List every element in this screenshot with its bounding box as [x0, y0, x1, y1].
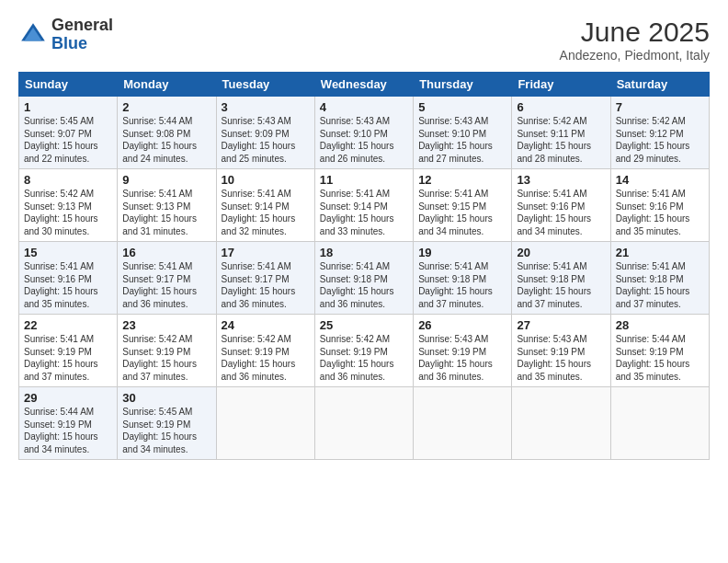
calendar-week-1: 8Sunrise: 5:42 AMSunset: 9:13 PMDaylight… — [19, 169, 710, 242]
day-info: Sunrise: 5:41 AMSunset: 9:17 PMDaylight:… — [122, 261, 197, 309]
day-number: 23 — [122, 318, 210, 332]
day-number: 17 — [222, 246, 310, 259]
table-row: 15Sunrise: 5:41 AMSunset: 9:16 PMDayligh… — [19, 242, 118, 315]
day-number: 6 — [517, 100, 605, 114]
table-row — [314, 387, 413, 460]
day-info: Sunrise: 5:41 AMSunset: 9:14 PMDaylight:… — [320, 189, 394, 236]
table-row: 9Sunrise: 5:41 AMSunset: 9:13 PMDaylight… — [118, 169, 216, 242]
day-number: 22 — [24, 318, 112, 332]
day-number: 28 — [616, 318, 704, 332]
day-number: 14 — [616, 173, 704, 187]
day-number: 13 — [517, 173, 605, 187]
day-info: Sunrise: 5:41 AMSunset: 9:18 PMDaylight:… — [517, 261, 591, 309]
title-block: June 2025 Andezeno, Piedmont, Italy — [560, 17, 710, 63]
day-info: Sunrise: 5:43 AMSunset: 9:10 PMDaylight:… — [320, 116, 394, 164]
day-info: Sunrise: 5:41 AMSunset: 9:16 PMDaylight:… — [616, 189, 690, 236]
header: General Blue June 2025 Andezeno, Piedmon… — [18, 17, 710, 63]
day-info: Sunrise: 5:41 AMSunset: 9:18 PMDaylight:… — [418, 261, 493, 309]
header-cell-friday: Friday — [512, 73, 610, 97]
day-info: Sunrise: 5:41 AMSunset: 9:18 PMDaylight:… — [320, 261, 394, 309]
table-row: 30Sunrise: 5:45 AMSunset: 9:19 PMDayligh… — [118, 387, 216, 460]
day-info: Sunrise: 5:41 AMSunset: 9:16 PMDaylight:… — [517, 189, 591, 236]
calendar-week-0: 1Sunrise: 5:45 AMSunset: 9:07 PMDaylight… — [19, 97, 710, 169]
day-number: 25 — [320, 318, 408, 332]
day-number: 19 — [418, 246, 506, 259]
month-title: June 2025 — [560, 17, 710, 48]
day-number: 26 — [418, 318, 506, 332]
calendar-table: SundayMondayTuesdayWednesdayThursdayFrid… — [18, 72, 710, 460]
logo-text: General Blue — [51, 17, 113, 53]
table-row: 10Sunrise: 5:41 AMSunset: 9:14 PMDayligh… — [216, 169, 314, 242]
header-cell-saturday: Saturday — [610, 73, 709, 97]
table-row: 14Sunrise: 5:41 AMSunset: 9:16 PMDayligh… — [610, 169, 709, 242]
day-info: Sunrise: 5:42 AMSunset: 9:11 PMDaylight:… — [517, 116, 591, 164]
table-row: 29Sunrise: 5:44 AMSunset: 9:19 PMDayligh… — [19, 387, 118, 460]
calendar-header: SundayMondayTuesdayWednesdayThursdayFrid… — [19, 73, 710, 97]
day-info: Sunrise: 5:43 AMSunset: 9:10 PMDaylight:… — [418, 116, 493, 164]
table-row: 5Sunrise: 5:43 AMSunset: 9:10 PMDaylight… — [414, 97, 512, 169]
table-row: 18Sunrise: 5:41 AMSunset: 9:18 PMDayligh… — [314, 242, 413, 315]
header-row: SundayMondayTuesdayWednesdayThursdayFrid… — [19, 73, 710, 97]
location-subtitle: Andezeno, Piedmont, Italy — [560, 48, 710, 63]
day-number: 10 — [222, 173, 310, 187]
table-row — [414, 387, 512, 460]
day-info: Sunrise: 5:43 AMSunset: 9:09 PMDaylight:… — [222, 116, 296, 164]
table-row: 23Sunrise: 5:42 AMSunset: 9:19 PMDayligh… — [118, 315, 216, 387]
table-row — [512, 387, 610, 460]
calendar-week-2: 15Sunrise: 5:41 AMSunset: 9:16 PMDayligh… — [19, 242, 710, 315]
day-number: 7 — [616, 100, 704, 114]
table-row: 11Sunrise: 5:41 AMSunset: 9:14 PMDayligh… — [314, 169, 413, 242]
day-number: 20 — [517, 246, 605, 259]
table-row: 2Sunrise: 5:44 AMSunset: 9:08 PMDaylight… — [118, 97, 216, 169]
day-info: Sunrise: 5:42 AMSunset: 9:19 PMDaylight:… — [222, 334, 296, 382]
header-cell-tuesday: Tuesday — [216, 73, 314, 97]
day-info: Sunrise: 5:44 AMSunset: 9:08 PMDaylight:… — [122, 116, 197, 164]
day-info: Sunrise: 5:42 AMSunset: 9:19 PMDaylight:… — [320, 334, 394, 382]
day-info: Sunrise: 5:41 AMSunset: 9:14 PMDaylight:… — [222, 189, 296, 236]
day-number: 21 — [616, 246, 704, 259]
day-info: Sunrise: 5:45 AMSunset: 9:07 PMDaylight:… — [24, 116, 98, 164]
day-info: Sunrise: 5:45 AMSunset: 9:19 PMDaylight:… — [122, 407, 197, 454]
table-row: 27Sunrise: 5:43 AMSunset: 9:19 PMDayligh… — [512, 315, 610, 387]
table-row: 1Sunrise: 5:45 AMSunset: 9:07 PMDaylight… — [19, 97, 118, 169]
table-row: 20Sunrise: 5:41 AMSunset: 9:18 PMDayligh… — [512, 242, 610, 315]
day-number: 3 — [222, 100, 310, 114]
day-number: 9 — [122, 173, 210, 187]
table-row: 3Sunrise: 5:43 AMSunset: 9:09 PMDaylight… — [216, 97, 314, 169]
day-info: Sunrise: 5:41 AMSunset: 9:17 PMDaylight:… — [222, 261, 296, 309]
day-info: Sunrise: 5:41 AMSunset: 9:19 PMDaylight:… — [24, 334, 98, 382]
table-row: 28Sunrise: 5:44 AMSunset: 9:19 PMDayligh… — [610, 315, 709, 387]
day-info: Sunrise: 5:43 AMSunset: 9:19 PMDaylight:… — [517, 334, 591, 382]
day-number: 18 — [320, 246, 408, 259]
table-row: 26Sunrise: 5:43 AMSunset: 9:19 PMDayligh… — [414, 315, 512, 387]
table-row: 24Sunrise: 5:42 AMSunset: 9:19 PMDayligh… — [216, 315, 314, 387]
day-info: Sunrise: 5:44 AMSunset: 9:19 PMDaylight:… — [616, 334, 690, 382]
table-row: 17Sunrise: 5:41 AMSunset: 9:17 PMDayligh… — [216, 242, 314, 315]
day-info: Sunrise: 5:41 AMSunset: 9:15 PMDaylight:… — [418, 189, 493, 236]
table-row: 4Sunrise: 5:43 AMSunset: 9:10 PMDaylight… — [314, 97, 413, 169]
day-number: 4 — [320, 100, 408, 114]
day-info: Sunrise: 5:42 AMSunset: 9:13 PMDaylight:… — [24, 189, 98, 236]
day-number: 27 — [517, 318, 605, 332]
day-info: Sunrise: 5:44 AMSunset: 9:19 PMDaylight:… — [24, 407, 98, 454]
day-info: Sunrise: 5:41 AMSunset: 9:13 PMDaylight:… — [122, 189, 197, 236]
day-info: Sunrise: 5:42 AMSunset: 9:19 PMDaylight:… — [122, 334, 197, 382]
day-number: 24 — [222, 318, 310, 332]
table-row: 25Sunrise: 5:42 AMSunset: 9:19 PMDayligh… — [314, 315, 413, 387]
table-row: 22Sunrise: 5:41 AMSunset: 9:19 PMDayligh… — [19, 315, 118, 387]
page: General Blue June 2025 Andezeno, Piedmon… — [0, 0, 728, 563]
logo-blue: Blue — [51, 35, 113, 53]
day-number: 8 — [24, 173, 112, 187]
day-number: 16 — [122, 246, 210, 259]
day-number: 30 — [122, 391, 210, 405]
calendar-week-3: 22Sunrise: 5:41 AMSunset: 9:19 PMDayligh… — [19, 315, 710, 387]
day-number: 12 — [418, 173, 506, 187]
day-number: 5 — [418, 100, 506, 114]
header-cell-thursday: Thursday — [414, 73, 512, 97]
logo-icon — [18, 20, 48, 50]
day-number: 15 — [24, 246, 112, 259]
calendar-week-4: 29Sunrise: 5:44 AMSunset: 9:19 PMDayligh… — [19, 387, 710, 460]
header-cell-monday: Monday — [118, 73, 216, 97]
header-cell-sunday: Sunday — [19, 73, 118, 97]
table-row: 7Sunrise: 5:42 AMSunset: 9:12 PMDaylight… — [610, 97, 709, 169]
